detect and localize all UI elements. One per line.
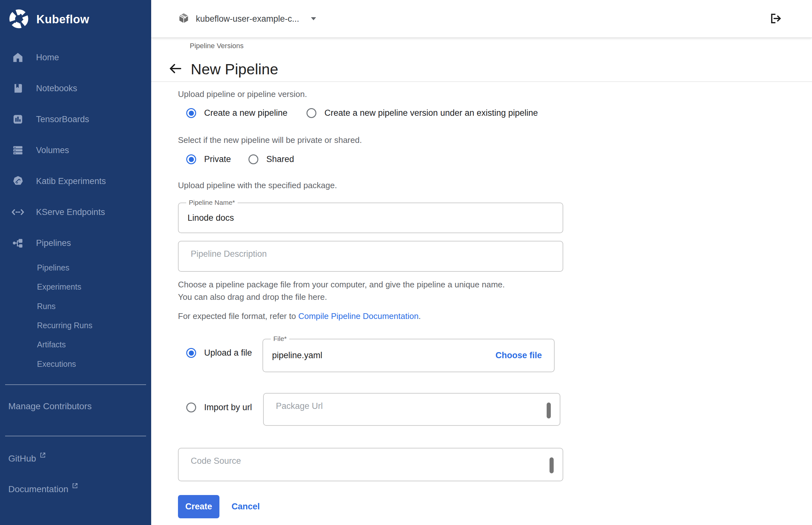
- breadcrumb[interactable]: Pipeline Versions: [190, 42, 244, 50]
- notebook-icon: [12, 82, 24, 95]
- compile-pipeline-documentation-link[interactable]: Compile Pipeline Documentation: [298, 311, 418, 321]
- external-link-icon: [39, 452, 46, 460]
- package-url-field: [263, 393, 560, 426]
- pipeline-description-field: [178, 241, 563, 272]
- format-help-line: For expected file format, refer to Compi…: [178, 311, 421, 321]
- radio-shared[interactable]: [249, 154, 258, 164]
- bar-chart-icon: [12, 113, 24, 126]
- file-field-label: File*: [271, 335, 289, 343]
- format-help-suffix: .: [418, 311, 421, 321]
- radio-private[interactable]: [186, 154, 196, 164]
- sidebar-item-tensorboards[interactable]: TensorBoards: [0, 104, 151, 135]
- kubeflow-logo-icon: [8, 8, 29, 31]
- package-cube-icon: [178, 12, 190, 25]
- sidebar-subitem-experiments[interactable]: Experiments: [0, 277, 151, 297]
- logo-text: Kubeflow: [36, 13, 89, 26]
- radio-create-new-pipeline[interactable]: [186, 108, 196, 118]
- external-link-icon: [72, 482, 78, 491]
- upload-file-radio-row: Upload a file: [186, 348, 252, 358]
- sidebar-item-github[interactable]: GitHub: [8, 453, 46, 473]
- scrollbar-thumb[interactable]: [550, 457, 554, 473]
- sidebar-item-label: KServe Endpoints: [36, 207, 105, 217]
- sidebar-item-label: Home: [36, 52, 59, 62]
- pipeline-type-radio-group: Create a new pipeline Create a new pipel…: [186, 108, 538, 118]
- arrow-left-icon: [168, 61, 183, 77]
- package-url-input[interactable]: [264, 394, 560, 425]
- sidebar-divider: [5, 436, 146, 436]
- radio-upload-file[interactable]: [186, 348, 196, 358]
- sidebar-item-volumes[interactable]: Volumes: [0, 135, 151, 166]
- sidebar-item-katib-experiments[interactable]: Katib Experiments: [0, 166, 151, 196]
- sidebar-item-documentation[interactable]: Documentation: [8, 484, 78, 503]
- file-field: File* Choose file: [262, 339, 555, 372]
- sidebar: Kubeflow Home Notebooks TensorBoards V: [0, 0, 151, 525]
- sidebar-subitem-pipelines[interactable]: Pipelines: [0, 258, 151, 278]
- main-content: kubeflow-user-example-c... Pipeline Vers…: [151, 0, 812, 525]
- top-toolbar: kubeflow-user-example-c...: [151, 0, 812, 38]
- home-icon: [12, 51, 24, 64]
- package-help-line2: You can also drag and drop the file here…: [178, 292, 327, 302]
- pipeline-name-input[interactable]: [179, 203, 562, 232]
- volumes-icon: [12, 144, 24, 156]
- sidebar-item-label: Volumes: [36, 145, 69, 155]
- pipelines-icon: [12, 237, 24, 250]
- visibility-section-help: Select if the new pipeline will be priva…: [178, 135, 362, 145]
- katib-icon: [12, 175, 24, 188]
- sidebar-item-home[interactable]: Home: [0, 42, 151, 73]
- logout-icon: [769, 12, 782, 27]
- pipeline-description-input[interactable]: [179, 241, 562, 271]
- sidebar-item-kserve-endpoints[interactable]: KServe Endpoints: [0, 196, 151, 227]
- radio-shared-label[interactable]: Shared: [266, 154, 294, 164]
- sidebar-subitem-executions[interactable]: Executions: [0, 354, 151, 374]
- package-section-help: Upload pipeline with the specified packa…: [178, 181, 337, 191]
- sidebar-item-label: Pipelines: [36, 238, 71, 248]
- code-source-input[interactable]: [179, 448, 562, 481]
- radio-upload-file-label[interactable]: Upload a file: [204, 348, 252, 358]
- choose-file-button[interactable]: Choose file: [495, 339, 542, 372]
- header-divider: [151, 81, 812, 82]
- namespace-label: kubeflow-user-example-c...: [196, 14, 299, 24]
- create-button[interactable]: Create: [178, 495, 220, 518]
- cancel-button[interactable]: Cancel: [231, 495, 260, 518]
- import-url-radio-row: Import by url: [186, 403, 252, 412]
- namespace-selector[interactable]: kubeflow-user-example-c...: [178, 0, 317, 38]
- back-button[interactable]: [168, 62, 183, 77]
- sidebar-subitem-runs[interactable]: Runs: [0, 296, 151, 316]
- format-help-prefix: For expected file format, refer to: [178, 311, 298, 321]
- page-title: New Pipeline: [191, 60, 278, 78]
- pipeline-name-field: Pipeline Name*: [178, 202, 563, 233]
- radio-private-label[interactable]: Private: [204, 154, 231, 164]
- radio-create-new-version[interactable]: [306, 108, 316, 118]
- sidebar-item-label: TensorBoards: [36, 114, 89, 124]
- visibility-radio-group: Private Shared: [186, 154, 294, 164]
- radio-create-new-pipeline-label[interactable]: Create a new pipeline: [204, 108, 287, 118]
- code-source-field: [178, 448, 563, 481]
- upload-section-help: Upload pipeline or pipeline version.: [178, 89, 307, 99]
- caret-down-icon: [310, 17, 317, 21]
- sidebar-item-notebooks[interactable]: Notebooks: [0, 73, 151, 104]
- scrollbar-thumb[interactable]: [547, 403, 551, 419]
- sidebar-item-label: Notebooks: [36, 83, 77, 93]
- sidebar-subitem-artifacts[interactable]: Artifacts: [0, 334, 151, 354]
- logout-button[interactable]: [769, 12, 783, 26]
- sidebar-item-pipelines[interactable]: Pipelines: [0, 227, 151, 258]
- sidebar-subitem-recurring-runs[interactable]: Recurring Runs: [0, 315, 151, 335]
- kserve-icon: [12, 206, 24, 219]
- sidebar-item-manage-contributors[interactable]: Manage Contributors: [8, 401, 92, 420]
- sidebar-divider: [5, 384, 146, 385]
- radio-import-by-url[interactable]: [186, 403, 196, 412]
- package-help-line1: Choose a pipeline package file from your…: [178, 280, 505, 290]
- kubeflow-logo[interactable]: Kubeflow: [8, 8, 89, 31]
- radio-import-by-url-label[interactable]: Import by url: [204, 403, 252, 412]
- kubeflow-app: Kubeflow Home Notebooks TensorBoards V: [0, 0, 812, 525]
- radio-create-new-version-label[interactable]: Create a new pipeline version under an e…: [324, 108, 538, 118]
- sidebar-item-label: Katib Experiments: [36, 176, 106, 186]
- pipeline-name-label: Pipeline Name*: [186, 199, 238, 206]
